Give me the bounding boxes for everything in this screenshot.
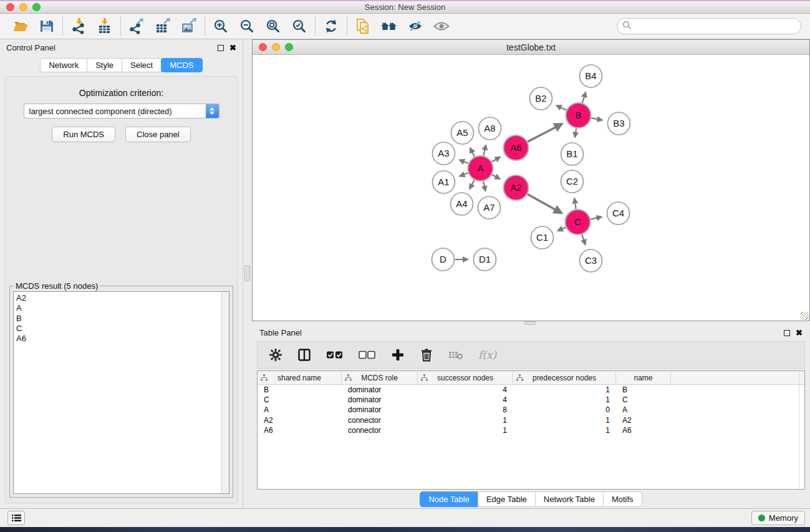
graph-edge-B-B2[interactable] bbox=[556, 105, 566, 110]
zoom-fit-button[interactable] bbox=[263, 16, 283, 36]
table-cell[interactable]: 1 bbox=[513, 385, 616, 394]
search-field[interactable] bbox=[617, 18, 801, 34]
result-item[interactable]: A2 bbox=[16, 293, 229, 303]
add-button[interactable] bbox=[391, 347, 405, 363]
table-cell[interactable]: A bbox=[258, 405, 342, 414]
graph-edge-C-C3[interactable] bbox=[582, 235, 586, 245]
export-network-button[interactable] bbox=[127, 16, 147, 36]
column-header-name[interactable]: name bbox=[616, 371, 671, 384]
tab-style[interactable]: Style bbox=[87, 58, 122, 72]
clone-network-button[interactable] bbox=[353, 16, 373, 36]
float-panel-icon[interactable] bbox=[218, 45, 224, 51]
tab-select[interactable]: Select bbox=[122, 58, 162, 72]
run-mcds-button[interactable]: Run MCDS bbox=[52, 127, 115, 142]
table-cell[interactable]: dominator bbox=[342, 385, 418, 394]
graph-node-B1[interactable]: B1 bbox=[561, 143, 584, 165]
table-cell[interactable]: 1 bbox=[418, 426, 513, 435]
select-all-button[interactable] bbox=[326, 347, 344, 363]
network-graph[interactable]: B4B2BB3A8A5A6B1A3AC2A1A2A4A7C4CC1C3DD1 bbox=[253, 55, 809, 321]
graph-node-C1[interactable]: C1 bbox=[531, 226, 554, 249]
graph-edge-A-A6[interactable] bbox=[492, 157, 501, 162]
export-image-button[interactable] bbox=[179, 16, 199, 36]
graph-node-A5[interactable]: A5 bbox=[451, 122, 474, 144]
table-cell[interactable]: 1 bbox=[418, 416, 513, 425]
delete-button[interactable] bbox=[420, 347, 433, 363]
column-button[interactable] bbox=[297, 347, 311, 363]
refresh-layout-button[interactable] bbox=[321, 16, 341, 36]
save-session-button[interactable] bbox=[37, 16, 57, 36]
export-table-button[interactable] bbox=[153, 16, 173, 36]
table-cell[interactable]: connector bbox=[342, 426, 418, 435]
close-panel-button[interactable]: Close panel bbox=[125, 127, 191, 142]
close-panel-icon[interactable]: ✖ bbox=[796, 330, 803, 336]
graph-edge-A-A8[interactable] bbox=[483, 145, 486, 155]
table-row[interactable]: Adominator80A bbox=[258, 405, 804, 415]
float-panel-icon[interactable] bbox=[784, 330, 790, 336]
table-cell[interactable]: C bbox=[258, 395, 342, 404]
zoom-in-button[interactable] bbox=[211, 16, 231, 36]
graph-edge-A-A5[interactable] bbox=[470, 148, 475, 157]
result-item[interactable]: B bbox=[16, 314, 229, 324]
graph-edge-C-C4[interactable] bbox=[591, 217, 602, 220]
graph-node-A7[interactable]: A7 bbox=[478, 196, 501, 219]
table-cell[interactable]: B bbox=[616, 385, 671, 394]
graph-node-C[interactable]: C bbox=[566, 210, 591, 235]
graph-edge-A-A2[interactable] bbox=[492, 175, 500, 179]
graph-edge-B-B4[interactable] bbox=[582, 92, 586, 103]
deselect-all-button[interactable] bbox=[359, 347, 376, 363]
column-header-shared-name[interactable]: shared name bbox=[258, 371, 342, 384]
zoom-out-button[interactable] bbox=[237, 16, 257, 36]
tab-edge-table[interactable]: Edge Table bbox=[478, 491, 536, 507]
task-history-button[interactable] bbox=[7, 511, 25, 525]
graph-edge-A-A7[interactable] bbox=[483, 181, 486, 191]
table-scrollbar-track[interactable] bbox=[799, 371, 799, 489]
network-canvas[interactable]: B4B2BB3A8A5A6B1A3AC2A1A2A4A7C4CC1C3DD1 bbox=[253, 55, 809, 321]
table-row[interactable]: Cdominator41C bbox=[258, 395, 804, 405]
table-cell[interactable]: A6 bbox=[616, 426, 671, 435]
mcds-result-list[interactable]: A2ABCA6 bbox=[13, 291, 229, 494]
table-cell[interactable]: 4 bbox=[418, 385, 513, 394]
search-input[interactable] bbox=[632, 22, 801, 31]
column-header-successor-nodes[interactable]: successor nodes bbox=[418, 371, 513, 384]
vertical-splitter[interactable] bbox=[243, 39, 252, 508]
graph-node-A1[interactable]: A1 bbox=[433, 171, 455, 193]
graph-node-C2[interactable]: C2 bbox=[561, 170, 584, 193]
graph-node-A3[interactable]: A3 bbox=[433, 142, 455, 165]
result-item[interactable]: A bbox=[16, 303, 229, 313]
tab-motifs[interactable]: Motifs bbox=[603, 491, 642, 507]
graph-node-D[interactable]: D bbox=[432, 248, 455, 271]
graph-node-A[interactable]: A bbox=[468, 156, 493, 181]
graph-edge-B-B3[interactable] bbox=[591, 118, 602, 120]
tab-network-table[interactable]: Network Table bbox=[535, 491, 604, 507]
table-cell[interactable]: C bbox=[616, 395, 671, 404]
table-row[interactable]: A6connector11A6 bbox=[258, 425, 804, 435]
window-resize-grip[interactable] bbox=[801, 312, 809, 320]
table-cell[interactable]: 0 bbox=[513, 405, 616, 414]
table-cell[interactable]: 4 bbox=[418, 395, 513, 404]
graph-edge-B-B1[interactable] bbox=[575, 128, 576, 138]
column-header-MCDS-role[interactable]: MCDS role bbox=[342, 371, 418, 384]
graph-node-A2[interactable]: A2 bbox=[504, 175, 529, 200]
table-cell[interactable]: 8 bbox=[418, 405, 513, 414]
tab-network[interactable]: Network bbox=[40, 58, 87, 72]
result-item[interactable]: A6 bbox=[16, 334, 229, 344]
open-session-button[interactable] bbox=[11, 16, 31, 36]
graph-edge-A2-C[interactable] bbox=[528, 194, 562, 213]
table-row[interactable]: A2connector11A2 bbox=[258, 415, 804, 425]
optimization-criterion-dropdown[interactable]: largest connected component (directed) bbox=[24, 104, 219, 118]
splitter-handle[interactable] bbox=[244, 265, 250, 281]
graph-node-B[interactable]: B bbox=[566, 103, 591, 128]
result-item[interactable]: C bbox=[16, 324, 229, 334]
result-list-scrollbar[interactable] bbox=[221, 292, 229, 493]
table-row[interactable]: Bdominator41B bbox=[258, 385, 804, 395]
memory-button[interactable]: Memory bbox=[751, 511, 805, 525]
table-cell[interactable]: A bbox=[616, 405, 671, 414]
graph-edge-A6-B[interactable] bbox=[528, 123, 562, 142]
table-cell[interactable]: dominator bbox=[342, 395, 418, 404]
graph-edge-A-A1[interactable] bbox=[460, 173, 468, 176]
graph-edge-C-C2[interactable] bbox=[574, 198, 576, 210]
graph-node-A4[interactable]: A4 bbox=[451, 193, 473, 215]
table-cell[interactable]: B bbox=[258, 385, 342, 394]
hide-selected-button[interactable] bbox=[405, 16, 425, 36]
table-cell[interactable]: dominator bbox=[342, 405, 418, 414]
